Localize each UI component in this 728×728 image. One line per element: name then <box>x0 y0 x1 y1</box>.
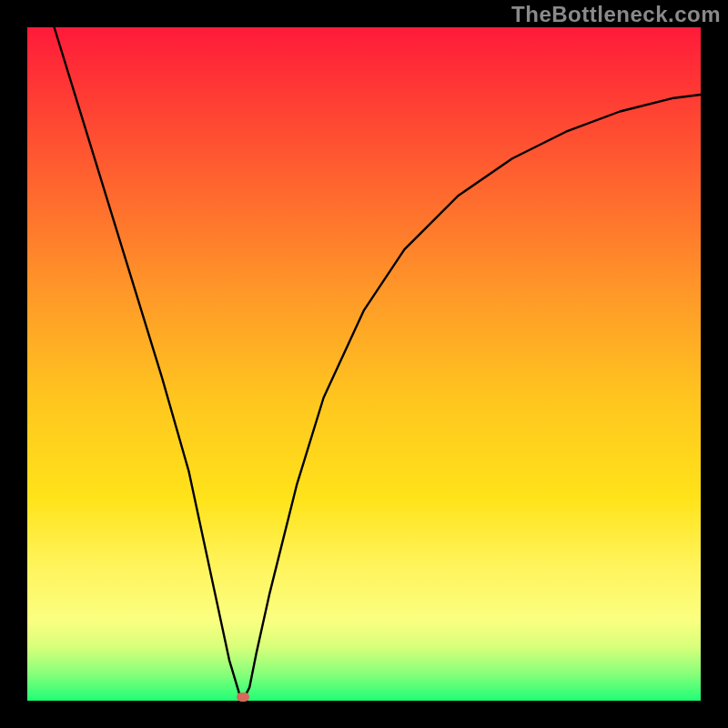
minimum-marker <box>237 693 249 702</box>
curve-svg <box>27 27 701 701</box>
plot-area <box>27 27 701 701</box>
bottleneck-curve <box>55 27 701 701</box>
watermark-text: TheBottleneck.com <box>511 2 721 27</box>
chart-frame: TheBottleneck.com <box>0 0 728 728</box>
